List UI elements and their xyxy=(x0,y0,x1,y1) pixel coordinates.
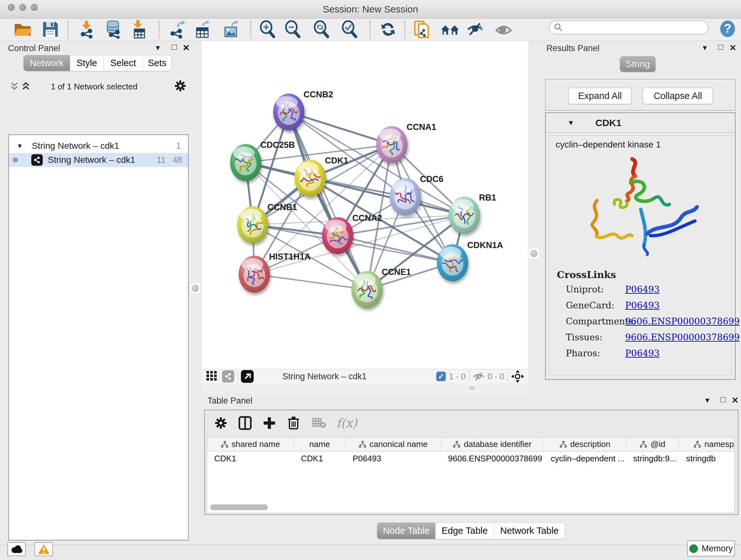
export-image-button[interactable] xyxy=(221,20,241,39)
network-node-cdkn1a[interactable]: CDKN1A xyxy=(437,240,503,281)
show-columns-button[interactable] xyxy=(235,413,255,433)
table-options-button[interactable] xyxy=(211,413,231,433)
copy-network-document-icon xyxy=(413,20,431,39)
network-node-count: 11 xyxy=(157,155,165,165)
crosslink-link[interactable]: P06493 xyxy=(625,300,660,311)
cloud-status-button[interactable] xyxy=(7,542,26,556)
search-input[interactable] xyxy=(563,23,700,33)
show-all-button[interactable] xyxy=(494,20,513,39)
save-session-button[interactable] xyxy=(41,20,60,39)
crosslink-link[interactable]: P06493 xyxy=(625,284,660,295)
shared-column-icon xyxy=(693,441,701,448)
column-header-namespace[interactable]: namespace xyxy=(679,437,735,451)
hidden-eye-icon[interactable] xyxy=(472,371,485,381)
tab-sets[interactable]: Sets xyxy=(143,55,172,71)
zoom-fit-button[interactable] xyxy=(312,20,331,39)
column-header-name[interactable]: name xyxy=(294,437,346,451)
zoom-out-button[interactable] xyxy=(283,20,302,39)
network-node-rb1[interactable]: RB1 xyxy=(449,193,496,234)
control-panel-float-button[interactable]: □ xyxy=(172,42,177,52)
tab-network-table[interactable]: Network Table xyxy=(494,523,565,539)
nested-networks-button[interactable] xyxy=(441,20,460,39)
expand-all-button[interactable]: Expand All xyxy=(568,87,632,105)
network-node-cdk1[interactable]: CDK1 xyxy=(294,156,348,197)
column-header-id[interactable]: @id xyxy=(626,437,679,451)
horizontal-splitter[interactable] xyxy=(202,384,528,393)
table-panel: Table Panel ▾ □ ✕ xyxy=(202,393,741,544)
help-button[interactable]: ? xyxy=(719,20,737,39)
horizontal-splitter-handle[interactable] xyxy=(469,387,475,390)
table-panel-menu-button[interactable]: ▾ xyxy=(705,395,710,405)
column-header-shared-name[interactable]: shared name xyxy=(207,437,294,451)
collapse-all-button[interactable]: Collapse All xyxy=(643,87,713,105)
export-network-button[interactable] xyxy=(168,20,187,39)
network-row-selected[interactable]: String Network – cdk1 11 48 xyxy=(9,153,188,167)
table-panel-float-button[interactable]: □ xyxy=(721,395,726,405)
crosslink-link[interactable]: 9606.ENSP00000378699 xyxy=(625,332,740,343)
tab-string[interactable]: String xyxy=(620,56,656,72)
column-header-canonical-name[interactable]: canonical name xyxy=(346,437,441,451)
delete-columns-button[interactable] xyxy=(283,413,304,433)
main-toolbar: ? xyxy=(0,18,741,41)
detach-view-button[interactable] xyxy=(241,370,254,383)
zoom-selected-button[interactable] xyxy=(340,20,359,39)
birds-eye-view-button[interactable] xyxy=(511,370,524,383)
zoom-in-button[interactable] xyxy=(258,20,277,39)
tab-select[interactable]: Select xyxy=(104,55,143,71)
column-header-description[interactable]: description xyxy=(544,437,626,451)
section-collapse-arrow-icon[interactable]: ▼ xyxy=(567,119,575,127)
left-splitter[interactable] xyxy=(189,41,202,544)
refresh-view-button[interactable] xyxy=(379,20,398,39)
import-network-file-button[interactable] xyxy=(77,20,97,39)
warnings-button[interactable] xyxy=(35,542,53,556)
network-options-button[interactable] xyxy=(174,80,186,93)
import-table-button[interactable] xyxy=(130,20,149,39)
protein-section-header[interactable]: ▼ CDK1 xyxy=(546,113,735,133)
node-label: RB1 xyxy=(479,193,496,202)
crosslink-link[interactable]: 9606.ENSP00000378699 xyxy=(625,316,740,327)
tab-style[interactable]: Style xyxy=(70,55,104,71)
tab-node-table[interactable]: Node Table xyxy=(377,523,435,539)
open-session-button[interactable] xyxy=(13,20,32,39)
network-node-ccne1[interactable]: CCNE1 xyxy=(351,267,411,308)
right-splitter-handle[interactable] xyxy=(528,248,540,259)
import-network-database-button[interactable] xyxy=(105,20,124,39)
column-header-database-identifier[interactable]: database identifier xyxy=(441,437,544,451)
window-titlebar: Session: New Session xyxy=(0,0,741,18)
table-row[interactable]: CDK1 CDK1 P06493 9606.ENSP00000378699 cy… xyxy=(207,451,734,465)
tab-edge-table[interactable]: Edge Table xyxy=(435,523,494,539)
splitter-dot-icon xyxy=(530,250,537,257)
hide-selected-button[interactable] xyxy=(466,20,485,39)
network-edge[interactable] xyxy=(289,112,392,145)
crosslink-link[interactable]: P06493 xyxy=(625,348,660,359)
results-panel-close-button[interactable]: ✕ xyxy=(729,43,737,53)
tab-network[interactable]: Network xyxy=(23,55,70,71)
memory-button[interactable]: Memory xyxy=(687,541,735,557)
collection-expand-arrow-icon[interactable]: ▼ xyxy=(17,142,23,150)
network-edge[interactable] xyxy=(254,274,367,290)
cell-shared-name: CDK1 xyxy=(207,451,294,465)
network-node-ccna1[interactable]: CCNA1 xyxy=(376,122,436,163)
control-panel-menu-button[interactable]: ▾ xyxy=(156,43,160,53)
eye-slash-icon xyxy=(466,20,484,39)
grid-view-button[interactable] xyxy=(206,370,217,382)
results-panel-title: Results Panel xyxy=(546,44,600,53)
network-node-ccnb2[interactable]: CCNB2 xyxy=(273,90,333,131)
network-view-badge[interactable] xyxy=(222,370,234,382)
clone-network-button[interactable] xyxy=(413,20,432,39)
selected-nodes-checkbox[interactable]: ✓ xyxy=(436,372,446,381)
results-panel-menu-button[interactable]: ▾ xyxy=(703,43,707,53)
export-table-button[interactable] xyxy=(193,20,212,39)
network-collection-row[interactable]: ▼ String Network – cdk1 1 xyxy=(9,139,188,153)
network-status-dot-icon xyxy=(13,158,18,163)
left-splitter-handle[interactable] xyxy=(190,283,201,294)
network-canvas[interactable]: CCNB2CCNA1CDC25BCDK1CDC6RB1CCNB1CCNA2CDK… xyxy=(202,41,528,369)
results-panel-float-button[interactable]: □ xyxy=(718,42,723,52)
results-buttons-box: Expand All Collapse All xyxy=(545,79,736,111)
create-column-button[interactable] xyxy=(259,413,280,433)
network-edge[interactable] xyxy=(289,112,367,290)
horizontal-scrollbar-thumb[interactable] xyxy=(210,504,268,510)
network-tree: ▼ String Network – cdk1 1 String Network… xyxy=(8,134,189,541)
table-panel-close-button[interactable]: ✕ xyxy=(731,395,739,406)
network-node-hist1h1a[interactable]: HIST1H1A xyxy=(239,252,311,293)
